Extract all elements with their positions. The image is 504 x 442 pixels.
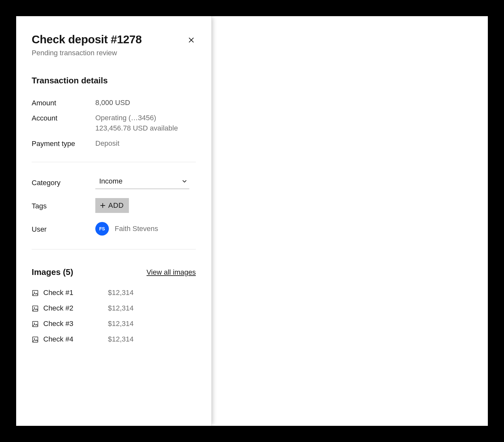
avatar: FS <box>95 222 109 236</box>
panel-title: Check deposit #1278 <box>32 33 142 46</box>
panel-subtitle: Pending transaction review <box>32 48 142 58</box>
divider <box>32 162 196 162</box>
svg-rect-2 <box>33 306 38 311</box>
image-icon <box>32 321 39 328</box>
image-amount: $12,314 <box>108 304 134 312</box>
account-name: Operating (…3456) <box>95 114 156 122</box>
image-label: Check #1 <box>43 289 95 297</box>
image-label: Check #4 <box>43 335 95 343</box>
category-select[interactable]: Income <box>95 175 189 189</box>
close-button[interactable] <box>187 36 196 45</box>
svg-point-7 <box>34 338 35 339</box>
svg-rect-6 <box>33 337 38 342</box>
amount-label: Amount <box>32 98 95 107</box>
category-value: Income <box>99 177 122 185</box>
section-heading-details: Transaction details <box>32 76 196 86</box>
svg-rect-4 <box>33 321 38 327</box>
section-heading-images: Images (5) <box>32 267 73 277</box>
image-label: Check #3 <box>43 320 95 328</box>
payment-type-label: Payment type <box>32 138 95 148</box>
svg-point-5 <box>34 323 35 324</box>
chevron-down-icon <box>181 178 188 185</box>
image-icon <box>32 289 39 297</box>
image-amount: $12,314 <box>108 335 134 343</box>
payment-type-value: Deposit <box>95 138 120 149</box>
transaction-detail-panel: Check deposit #1278 Pending transaction … <box>16 16 212 426</box>
account-value: Operating (…3456) 123,456.78 USD availab… <box>95 113 178 133</box>
image-amount: $12,314 <box>108 320 134 328</box>
amount-value: 8,000 USD <box>95 98 130 108</box>
svg-rect-0 <box>33 290 38 296</box>
account-balance: 123,456.78 USD available <box>95 124 178 132</box>
user-name: Faith Stevens <box>115 225 158 233</box>
list-item[interactable]: Check #3 $12,314 <box>32 320 196 328</box>
tags-label: Tags <box>32 201 95 210</box>
divider <box>32 249 196 249</box>
image-label: Check #2 <box>43 304 95 312</box>
image-amount: $12,314 <box>108 289 134 297</box>
category-label: Category <box>32 177 95 187</box>
add-tag-button[interactable]: ADD <box>95 198 129 213</box>
plus-icon <box>99 202 106 209</box>
image-icon <box>32 336 39 343</box>
svg-point-3 <box>34 307 35 308</box>
close-icon <box>187 36 195 44</box>
image-icon <box>32 305 39 312</box>
list-item[interactable]: Check #2 $12,314 <box>32 304 196 312</box>
list-item[interactable]: Check #1 $12,314 <box>32 289 196 297</box>
svg-point-1 <box>34 292 35 293</box>
user-label: User <box>32 224 95 234</box>
list-item[interactable]: Check #4 $12,314 <box>32 335 196 343</box>
view-all-images-link[interactable]: View all images <box>147 268 196 277</box>
add-button-label: ADD <box>108 201 124 210</box>
account-label: Account <box>32 113 95 122</box>
